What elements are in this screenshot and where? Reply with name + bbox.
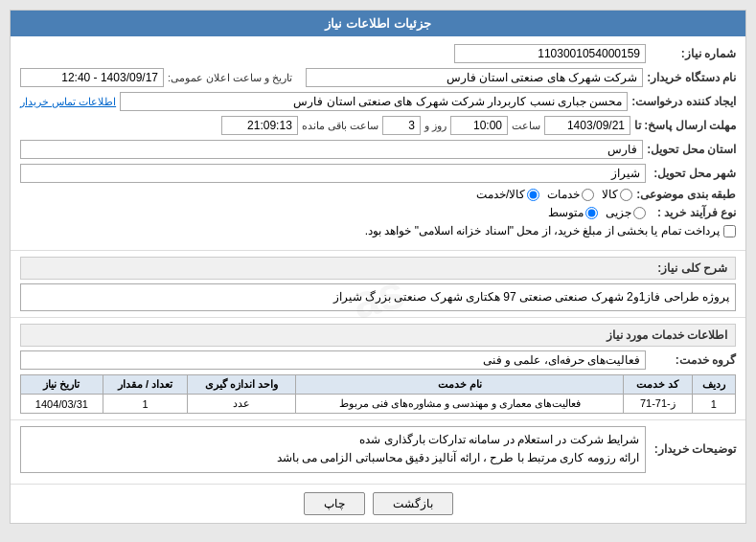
radio-motavasset-input[interactable] — [585, 207, 598, 219]
shahr-value: شیراز — [20, 164, 646, 183]
cell-tedad: 1 — [103, 395, 187, 414]
form-section: شماره نیاز: 1103001054000159 نام دستگاه … — [11, 36, 745, 251]
row-shahr: شهر محل تحویل: شیراز — [20, 164, 736, 183]
cell-tarikh: 1404/03/31 — [21, 395, 103, 414]
notes-content: شرایط شرکت در استعلام در سامانه تدارکات … — [20, 426, 646, 472]
radio-jozee-item: جزیی — [606, 206, 646, 219]
cell-radif: 1 — [692, 395, 735, 414]
shomare-niaz-value: 1103001054000159 — [454, 44, 646, 63]
row-nam-dastgah: نام دستگاه خریدار: شرکت شهرک های صنعتی ا… — [20, 68, 736, 87]
radio-kala-khadamat-input[interactable] — [527, 189, 539, 201]
saat-label: ساعت — [512, 120, 540, 132]
nam-dastgah-label: نام دستگاه خریدار: — [647, 71, 736, 84]
no-paravand-radio-group: جزیی متوسط — [548, 206, 646, 219]
row-pardakht: پرداخت تمام یا بخشی از مبلغ خرید، از محل… — [20, 224, 736, 237]
pardakht-checkbox[interactable] — [723, 225, 736, 237]
page-title: جزئیات اطلاعات نیاز — [325, 16, 430, 31]
ettela-tamas-link[interactable]: اطلاعات تماس خریدار — [20, 96, 116, 108]
cell-kod: ز-71-71 — [624, 395, 692, 414]
services-table: ردیف کد خدمت نام خدمت واحد اندازه گیری ت… — [20, 374, 736, 414]
radio-kala-khadamat-label: کالا/خدمت — [476, 188, 525, 201]
radio-khadamat-input[interactable] — [582, 189, 594, 201]
mohlat-label: مهلت ارسال پاسخ: تا — [634, 119, 736, 132]
notes-line2: ارائه رزومه کاری مرتبط با طرح ، ارائه آن… — [27, 449, 639, 467]
col-tedad: تعداد / مقدار — [103, 375, 187, 395]
cell-vahed: عدد — [188, 395, 296, 414]
radio-motavasset-item: متوسط — [548, 206, 598, 219]
saat-value: 10:00 — [450, 116, 508, 135]
ostan-value: فارس — [20, 140, 643, 159]
ettelaat-section: اطلاعات خدمات مورد نیاز گروه خدمت: فعالی… — [11, 318, 745, 420]
ettelaat-title: اطلاعات خدمات مورد نیاز — [20, 324, 736, 347]
col-vahed: واحد اندازه گیری — [188, 375, 296, 395]
grouh-khadamat-value: فعالیت‌های حرفه‌ای، علمی و فنی — [20, 350, 646, 370]
shahr-label: شهر محل تحویل: — [650, 167, 736, 180]
baqimande-value: 21:09:13 — [221, 116, 298, 135]
table-header-row: ردیف کد خدمت نام خدمت واحد اندازه گیری ت… — [21, 375, 736, 395]
baqimande-label: ساعت باقی مانده — [302, 120, 378, 132]
sharh-value: پروژه طراحی فاز1و2 شهرک صنعتی صنعتی 97 ه… — [333, 290, 729, 304]
row-notes: توضیحات خریدار: شرایط شرکت در استعلام در… — [20, 426, 736, 472]
rooz-label: روز و — [424, 120, 447, 132]
radio-kala-item: کالا — [602, 188, 632, 201]
tarikh-label: تاریخ و ساعت اعلان عمومی: — [168, 72, 292, 84]
row-no-paravand: نوع فرآیند خرید : جزیی متوسط — [20, 206, 736, 219]
radio-kala-khadamat-item: کالا/خدمت — [476, 188, 539, 201]
table-row: 1 ز-71-71 فعالیت‌های معماری و مهندسی و م… — [21, 395, 736, 414]
ijad-konande-label: ایجاد کننده درخواست: — [631, 95, 736, 108]
ostan-label: استان محل تحویل: — [647, 143, 736, 156]
page-header: جزئیات اطلاعات نیاز — [11, 11, 745, 36]
no-paravand-label: نوع فرآیند خرید : — [650, 206, 736, 219]
sharh-title: شرح کلی نیاز: — [20, 257, 736, 280]
radio-khadamat-label: خدمات — [547, 188, 580, 201]
notes-section: توضیحات خریدار: شرایط شرکت در استعلام در… — [11, 420, 745, 484]
col-radif: ردیف — [692, 375, 735, 395]
back-button[interactable]: بازگشت — [373, 492, 453, 515]
print-button[interactable]: چاپ — [304, 492, 365, 515]
row-tabaqe: طبقه بندی موضوعی: کالا خدمات کالا/خدمت — [20, 188, 736, 201]
col-kod-khadamat: کد خدمت — [624, 375, 692, 395]
tabaqe-label: طبقه بندی موضوعی: — [636, 188, 736, 201]
radio-kala-label: کالا — [602, 188, 618, 201]
row-mohlat-ersal: مهلت ارسال پاسخ: تا 1403/09/21 ساعت 10:0… — [20, 116, 736, 135]
main-container: جزئیات اطلاعات نیاز شماره نیاز: 11030010… — [10, 10, 746, 524]
col-nam-khadamat: نام خدمت — [296, 375, 624, 395]
radio-jozee-input[interactable] — [633, 207, 646, 219]
row-grouh-khadamat: گروه خدمت: فعالیت‌های حرفه‌ای، علمی و فن… — [20, 350, 736, 370]
radio-khadamat-item: خدمات — [547, 188, 594, 201]
sharh-section: شرح کلی نیاز: as پروژه طراحی فاز1و2 شهرک… — [11, 251, 745, 318]
tarikh-value: 1403/09/17 - 12:40 — [20, 68, 164, 87]
cell-nam: فعالیت‌های معماری و مهندسی و مشاوره‌های … — [296, 395, 624, 414]
tabaqe-radio-group: کالا خدمات کالا/خدمت — [476, 188, 632, 201]
radio-jozee-label: جزیی — [606, 206, 631, 219]
row-ijad-konande: ایجاد کننده درخواست: محسن جباری نسب کارب… — [20, 92, 736, 111]
radio-motavasset-label: متوسط — [548, 206, 584, 219]
mohlat-date: 1403/09/21 — [544, 116, 630, 135]
row-shomare-niaz: شماره نیاز: 1103001054000159 — [20, 44, 736, 63]
pardakht-label: پرداخت تمام یا بخشی از مبلغ خرید، از محل… — [365, 224, 720, 237]
nam-dastgah-value: شرکت شهرک های صنعتی استان فارس — [306, 68, 643, 87]
rooz-value: 3 — [382, 116, 421, 135]
shomare-niaz-label: شماره نیاز: — [650, 47, 736, 60]
col-tarikh: تاریخ نیاز — [21, 375, 103, 395]
grouh-khadamat-label: گروه خدمت: — [650, 353, 736, 367]
buttons-row: بازگشت چاپ — [11, 485, 745, 523]
ijad-konande-value: محسن جباری نسب کاربردار شرکت شهرک های صن… — [120, 92, 628, 111]
notes-title: توضیحات خریدار: — [650, 442, 736, 456]
row-ostan: استان محل تحویل: فارس — [20, 140, 736, 159]
radio-kala-input[interactable] — [620, 189, 632, 201]
notes-line1: شرایط شرکت در استعلام در سامانه تدارکات … — [27, 431, 639, 449]
sharh-content: as پروژه طراحی فاز1و2 شهرک صنعتی صنعتی 9… — [20, 283, 736, 311]
